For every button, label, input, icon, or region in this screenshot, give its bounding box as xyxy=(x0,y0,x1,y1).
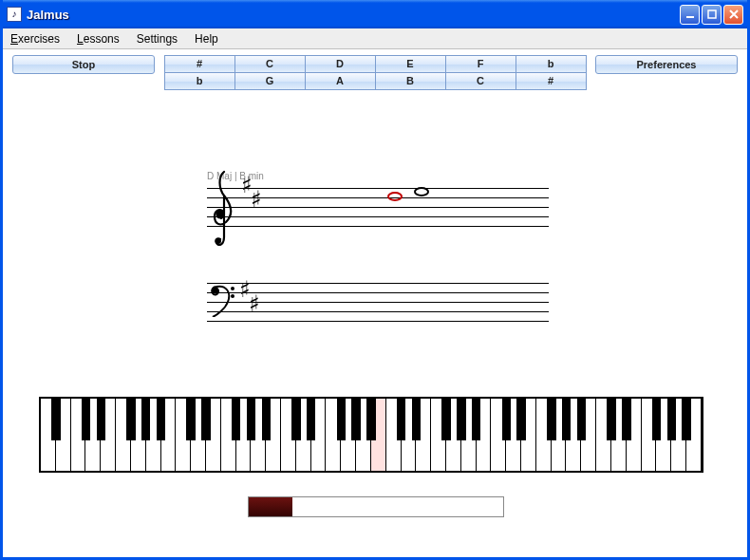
svg-point-5 xyxy=(231,287,234,290)
black-key-40[interactable] xyxy=(652,399,661,440)
preferences-button[interactable]: Preferences xyxy=(595,55,738,74)
minimize-button[interactable] xyxy=(680,5,700,25)
black-key-12[interactable] xyxy=(232,399,240,440)
titlebar[interactable]: ♪ Jalmus xyxy=(3,0,747,28)
menu-exercises[interactable]: Exercises xyxy=(7,30,64,47)
menu-settings[interactable]: Settings xyxy=(133,30,181,47)
note-grid: #CDEFbbGABC# xyxy=(164,55,586,89)
window-title: Jalmus xyxy=(27,8,680,22)
note-button-C-r0[interactable]: C xyxy=(234,55,306,73)
black-key-13[interactable] xyxy=(247,399,255,440)
app-icon: ♪ xyxy=(7,7,22,22)
black-key-37[interactable] xyxy=(607,399,615,440)
menu-lessons[interactable]: Lessons xyxy=(73,30,123,47)
treble-clef-icon xyxy=(205,167,241,252)
svg-rect-1 xyxy=(708,10,716,18)
black-key-33[interactable] xyxy=(547,399,555,440)
black-key-6[interactable] xyxy=(141,399,150,440)
black-key-41[interactable] xyxy=(667,399,676,440)
toolbar: Stop #CDEFbbGABC# Preferences xyxy=(3,49,747,93)
main-window: ♪ Jalmus ExercisesLessonsSettingsHelp St… xyxy=(0,0,750,560)
note-button-D-r0[interactable]: D xyxy=(305,55,376,73)
note-button-C-r1[interactable]: C xyxy=(445,72,516,90)
note-button-F-r0[interactable]: F xyxy=(445,55,516,73)
black-key-16[interactable] xyxy=(291,399,300,440)
black-key-7[interactable] xyxy=(157,399,165,440)
black-key-31[interactable] xyxy=(516,399,525,440)
menubar: ExercisesLessonsSettingsHelp xyxy=(3,28,747,49)
black-key-34[interactable] xyxy=(562,399,571,440)
black-key-5[interactable] xyxy=(126,399,135,440)
black-key-14[interactable] xyxy=(262,399,271,440)
bass-staff: ♯ ♯ xyxy=(207,283,549,340)
black-key-9[interactable] xyxy=(186,399,195,440)
progress-bar xyxy=(248,496,504,517)
black-key-23[interactable] xyxy=(397,399,405,440)
note-1 xyxy=(414,187,429,196)
stop-button[interactable]: Stop xyxy=(12,55,155,74)
svg-point-3 xyxy=(216,211,225,219)
window-buttons xyxy=(680,5,743,25)
maximize-button[interactable] xyxy=(702,5,722,25)
note-0-current xyxy=(387,192,403,201)
progress-fill xyxy=(249,497,292,516)
score-area: D Maj | B min ♯ ♯ xyxy=(3,93,747,557)
note-button-A-r1[interactable]: A xyxy=(305,72,376,90)
treble-staff: ♯ ♯ xyxy=(207,188,549,245)
black-key-27[interactable] xyxy=(457,399,465,440)
black-key-0[interactable] xyxy=(51,399,60,440)
piano-keyboard[interactable] xyxy=(39,397,703,473)
black-key-10[interactable] xyxy=(201,399,210,440)
note-button-B-r1[interactable]: B xyxy=(375,72,446,90)
black-key-20[interactable] xyxy=(351,399,360,440)
black-key-2[interactable] xyxy=(82,399,90,440)
black-key-24[interactable] xyxy=(412,399,421,440)
note-button-flat-r1[interactable]: b xyxy=(164,72,235,90)
black-key-21[interactable] xyxy=(366,399,375,440)
note-button-sharp-r0[interactable]: # xyxy=(164,55,235,73)
note-button-E-r0[interactable]: E xyxy=(375,55,446,73)
bass-clef-icon xyxy=(209,279,239,319)
black-key-30[interactable] xyxy=(502,399,511,440)
black-key-19[interactable] xyxy=(337,399,346,440)
black-key-26[interactable] xyxy=(441,399,450,440)
svg-point-4 xyxy=(213,288,219,294)
note-button-G-r1[interactable]: G xyxy=(234,72,306,90)
close-button[interactable] xyxy=(723,5,743,25)
note-button-flat-r0[interactable]: b xyxy=(516,55,587,73)
black-key-17[interactable] xyxy=(307,399,315,440)
black-key-3[interactable] xyxy=(97,399,105,440)
note-button-sharp-r1[interactable]: # xyxy=(516,72,587,90)
black-key-42[interactable] xyxy=(682,399,690,440)
black-key-28[interactable] xyxy=(472,399,480,440)
black-key-35[interactable] xyxy=(577,399,586,440)
svg-point-6 xyxy=(231,294,234,298)
svg-rect-0 xyxy=(686,16,694,18)
menu-help[interactable]: Help xyxy=(191,30,222,47)
black-key-38[interactable] xyxy=(622,399,630,440)
svg-point-2 xyxy=(216,238,221,244)
